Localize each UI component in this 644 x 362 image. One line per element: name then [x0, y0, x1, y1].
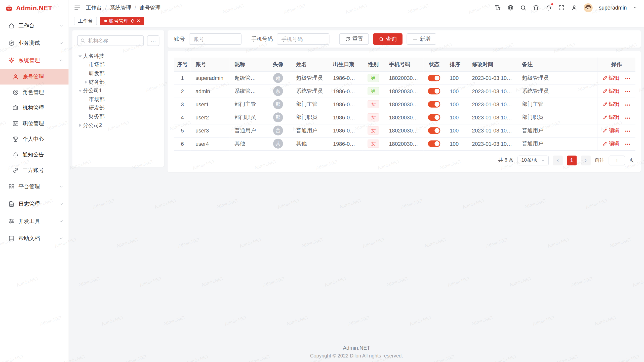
sidebar-item-role-management[interactable]: 角色管理 — [0, 84, 69, 100]
more-actions-button[interactable]: ⋯ — [625, 141, 631, 147]
sidebar-item-workbench[interactable]: 工作台 — [0, 17, 69, 35]
cell-birth: 1986-06-28 — [328, 137, 363, 150]
account-filter-input[interactable] — [189, 33, 242, 45]
cell-order: 100 — [445, 84, 467, 98]
tree-node[interactable]: 市场部 — [77, 60, 159, 69]
notification-icon[interactable] — [545, 4, 552, 11]
sidebar-item-help-docs[interactable]: 帮助文档 — [0, 230, 69, 247]
status-toggle[interactable] — [428, 114, 440, 121]
sidebar-item-third-party-account[interactable]: 三方账号 — [0, 163, 69, 178]
sidebar-item-log-management[interactable]: 日志管理 — [0, 195, 69, 213]
edit-button[interactable]: 编辑 — [602, 101, 619, 108]
breadcrumb-item[interactable]: 工作台 — [86, 4, 102, 11]
sidebar-item-system-management[interactable]: 系统管理 — [0, 52, 69, 69]
sidebar-item-dev-tools[interactable]: 开发工具 — [0, 213, 69, 230]
toggle-knob — [434, 141, 439, 146]
tree-node[interactable]: 财务部 — [77, 112, 159, 121]
toggle-knob — [434, 89, 439, 94]
tree-node[interactable]: 研发部 — [77, 103, 159, 112]
tree-node-label: 市场部 — [89, 96, 105, 103]
tab-workbench[interactable]: 工作台 — [74, 17, 97, 25]
chevron-down-icon[interactable] — [633, 5, 637, 10]
close-icon[interactable]: ✕ — [137, 19, 140, 23]
sidebar: Admin.NET 工作台 业务测试 系统管理 账号管理 — [0, 0, 69, 362]
caret-down-icon[interactable] — [77, 53, 83, 59]
search-button[interactable]: 查询 — [373, 33, 403, 45]
more-actions-button[interactable]: ⋯ — [625, 102, 631, 108]
username[interactable]: superadmin — [599, 5, 627, 11]
collapse-menu-icon[interactable] — [74, 4, 80, 11]
cell-mtime: 2023-01-03 10:59:44 — [467, 98, 517, 111]
status-toggle[interactable] — [428, 101, 440, 108]
tree-node[interactable]: 研发部 — [77, 69, 159, 77]
cell-actions: 编辑 ⋯ — [598, 137, 635, 150]
sidebar-item-org-management[interactable]: 机构管理 — [0, 100, 69, 116]
cell-status — [423, 124, 445, 137]
sidebar-item-position-management[interactable]: 职位管理 — [0, 116, 69, 131]
toggle-knob — [434, 115, 439, 120]
reset-button[interactable]: 重置 — [339, 33, 369, 45]
sidebar-item-account-management[interactable]: 账号管理 — [0, 69, 69, 84]
cell-index: 1 — [174, 71, 190, 84]
refresh-icon[interactable] — [131, 19, 135, 23]
caret-right-icon[interactable] — [77, 122, 83, 128]
status-toggle[interactable] — [428, 127, 440, 134]
more-actions-button[interactable]: ⋯ — [625, 115, 631, 121]
search-icon[interactable] — [520, 4, 527, 11]
cell-birth: 1986-06-28 — [328, 111, 363, 124]
edit-button[interactable]: 编辑 — [602, 74, 619, 82]
edit-button[interactable]: 编辑 — [602, 127, 619, 134]
edit-label: 编辑 — [609, 74, 619, 82]
cell-nickname: 超级管理员 — [230, 71, 265, 84]
sidebar-item-notice[interactable]: 通知公告 — [0, 147, 69, 163]
gender-badge: 女 — [368, 100, 379, 108]
tree-more-button[interactable]: ⋯ — [147, 35, 159, 46]
org-search-input[interactable] — [77, 35, 144, 46]
add-button[interactable]: 新增 — [407, 33, 436, 45]
sidebar-item-label: 角色管理 — [23, 89, 64, 96]
more-actions-button[interactable]: ⋯ — [625, 89, 631, 95]
next-page-button[interactable]: › — [581, 155, 591, 165]
status-toggle[interactable] — [428, 141, 440, 147]
sidebar-item-business-test[interactable]: 业务测试 — [0, 34, 69, 52]
font-size-icon[interactable] — [495, 4, 501, 11]
edit-button[interactable]: 编辑 — [602, 87, 619, 95]
current-page-button[interactable]: 1 — [567, 155, 577, 165]
breadcrumb-item[interactable]: 系统管理 — [110, 4, 131, 11]
theme-icon[interactable] — [533, 4, 539, 11]
tree-node[interactable]: 分公司1 — [77, 86, 159, 95]
active-dot — [104, 20, 107, 22]
tab-account-management[interactable]: 账号管理 ✕ — [100, 17, 144, 25]
caret-down-icon[interactable] — [77, 88, 83, 94]
tree-node[interactable]: 财务部 — [77, 78, 159, 86]
right-column: 账号 手机号码 重置 查询 新增 — [168, 30, 641, 172]
sidebar-item-label: 平台管理 — [18, 183, 55, 190]
chevron-down-icon — [59, 41, 64, 46]
tags-bar: 工作台 账号管理 ✕ — [69, 15, 644, 27]
fullscreen-icon[interactable] — [558, 4, 565, 11]
cell-nickname: 其他 — [230, 137, 265, 150]
avatar[interactable] — [584, 3, 593, 12]
edit-button[interactable]: 编辑 — [602, 114, 619, 121]
tree-node[interactable]: 市场部 — [77, 95, 159, 103]
more-actions-button[interactable]: ⋯ — [625, 75, 631, 81]
more-actions-button[interactable]: ⋯ — [625, 128, 631, 134]
phone-filter-input[interactable] — [277, 33, 329, 45]
cell-mtime: 2023-01-03 10:59:44 — [467, 71, 517, 84]
profile-icon[interactable] — [571, 4, 578, 11]
caret-right-icon[interactable] — [83, 79, 89, 85]
prev-page-button[interactable]: ‹ — [553, 155, 563, 165]
status-toggle[interactable] — [428, 88, 440, 95]
sidebar-item-platform-management[interactable]: 平台管理 — [0, 178, 69, 196]
edit-button[interactable]: 编辑 — [602, 140, 619, 147]
goto-page-input[interactable] — [609, 155, 625, 165]
tree-node-label: 分公司2 — [83, 121, 102, 128]
status-toggle[interactable] — [428, 75, 440, 81]
app-logo[interactable]: Admin.NET — [0, 0, 69, 16]
page-size-select[interactable]: 10条/页 — [518, 155, 549, 165]
sidebar-item-personal-center[interactable]: 个人中心 — [0, 131, 69, 147]
cell-account: superadmin — [191, 71, 230, 84]
tree-node[interactable]: 分公司2 — [77, 121, 159, 129]
tree-node[interactable]: 大名科技 — [77, 52, 159, 60]
language-icon[interactable] — [507, 4, 514, 11]
